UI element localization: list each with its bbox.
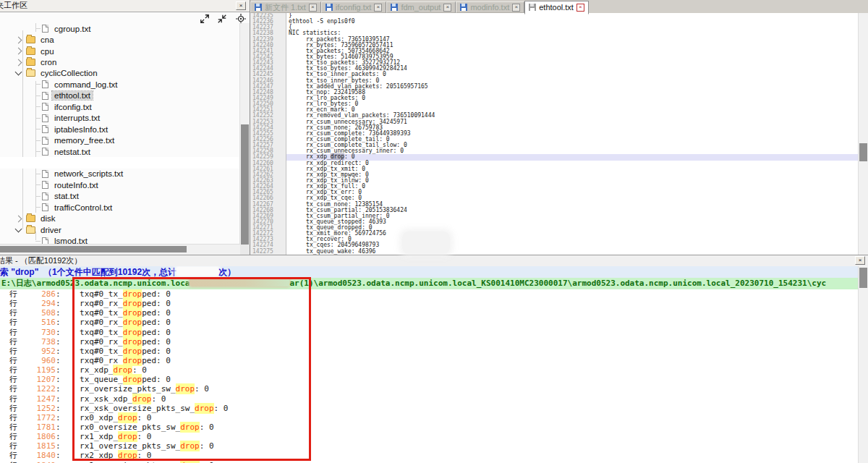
- results-vertical-scrollbar[interactable]: [858, 266, 868, 463]
- close-icon[interactable]: ×: [512, 4, 520, 12]
- tab-ifconfig.txt[interactable]: ifconfig.txt×: [321, 1, 387, 13]
- tree-item-ifconfig.txt[interactable]: ifconfig.txt: [0, 101, 240, 112]
- tree-connector: [35, 28, 41, 29]
- tab-label: modinfo.txt: [470, 3, 509, 12]
- tree-item-label-wrap: cna: [38, 35, 56, 44]
- close-icon[interactable]: ×: [309, 4, 317, 12]
- close-icon[interactable]: ×: [374, 4, 382, 12]
- editor-line-text: rx_xdp_tx_full: 0: [286, 184, 859, 190]
- tree-item-cyclicCollection[interactable]: cyclicCollection: [0, 68, 240, 79]
- save-icon: [255, 4, 262, 11]
- tree-connector: [35, 129, 41, 129]
- result-row[interactable]: 行1806: rx1_xdp_drop: 0: [0, 432, 859, 441]
- save-icon: [529, 4, 536, 11]
- scrollbar-thumb[interactable]: [859, 268, 867, 288]
- tree-item-cpu[interactable]: cpu: [0, 46, 240, 56]
- result-row[interactable]: 行1222: rx_oversize_pkts_sw_drop: 0: [0, 384, 859, 394]
- tree-item-command_log.txt[interactable]: command_log.txt: [0, 79, 240, 90]
- tree-item-trafficControl.txt[interactable]: trafficControl.txt: [0, 202, 240, 213]
- result-row[interactable]: 行738: rxq#0_rx_dropped: 0: [0, 337, 859, 347]
- tab-modinfo.txt[interactable]: modinfo.txt×: [456, 1, 524, 13]
- result-line-number: 1222: [20, 384, 56, 394]
- result-line-number: 508: [20, 308, 56, 318]
- tree-item-disk[interactable]: disk: [0, 213, 240, 224]
- result-row-label: 行: [9, 318, 20, 327]
- close-icon[interactable]: ×: [443, 4, 451, 12]
- editor-line-text: {: [286, 25, 859, 30]
- result-line-number: 1252: [20, 404, 56, 413]
- folder-icon: [26, 69, 35, 77]
- expand-all-icon[interactable]: [199, 13, 210, 24]
- chevron-right-icon[interactable]: [15, 215, 22, 222]
- tree-connector: [35, 151, 41, 152]
- result-row[interactable]: 行730: txq#0_tx_dropped: 0: [0, 328, 859, 337]
- tree-item-ethtool.txt[interactable]: ethtool.txt: [0, 90, 240, 101]
- collapse-all-icon[interactable]: [216, 13, 228, 24]
- result-row[interactable]: 行1247: rx_xsk_xdp_drop: 0: [0, 394, 859, 404]
- tab-ethtool.txt[interactable]: ethtool.txt×: [524, 1, 589, 14]
- result-colon: :: [56, 422, 61, 432]
- result-line-number: 1815: [20, 441, 56, 451]
- tree-item-cna[interactable]: cna: [0, 34, 240, 45]
- tree-item-cron[interactable]: cron: [0, 56, 240, 67]
- tree-horizontal-scrollbar[interactable]: [0, 244, 240, 255]
- tree-item-label-wrap: memory_free.txt: [52, 136, 116, 145]
- tree-item-driver[interactable]: driver: [0, 224, 240, 235]
- chevron-right-icon[interactable]: [15, 36, 22, 43]
- scrollbar-thumb[interactable]: [859, 143, 867, 161]
- tree-item-cgroup.txt[interactable]: cgroup.txt: [0, 23, 240, 34]
- close-icon[interactable]: ×: [576, 4, 584, 12]
- folder-icon: [26, 215, 35, 222]
- result-row-label: 行: [9, 308, 20, 318]
- tree-item-label: disk: [41, 214, 55, 223]
- results-path-text: E:\日志\armod0523.odata.ncmp.unicom.loca: [1, 279, 190, 288]
- tree-item-routeInfo.txt[interactable]: routeInfo.txt: [0, 179, 240, 190]
- tree-connector: [35, 184, 41, 185]
- workspace-close-button[interactable]: ×: [236, 1, 246, 10]
- tree-item-interrupts.txt[interactable]: interrupts.txt: [0, 113, 240, 124]
- scrollbar-thumb[interactable]: [0, 246, 187, 252]
- tree-item-label-wrap: driver: [38, 226, 64, 234]
- locate-file-icon[interactable]: [235, 13, 247, 24]
- result-row[interactable]: 行1772: rx0_xdp_drop: 0: [0, 413, 859, 422]
- file-icon: [42, 137, 48, 145]
- editor-text-area[interactable]: 142235}142236ethtool -S enp1s0f0142237{1…: [250, 13, 859, 255]
- tree-item-label: routeInfo.txt: [54, 181, 98, 190]
- tree-item-label-wrap: cyclicCollection: [38, 69, 100, 77]
- tab-fdm_output[interactable]: fdm_output×: [386, 1, 456, 13]
- result-row[interactable]: 行1849: rx2_oversize_pkts_sw_drop: 0: [0, 461, 859, 463]
- result-row[interactable]: 行1207: tx_queue_dropped: 0: [0, 375, 859, 384]
- tree-item-label-wrap: ethtool.txt: [52, 91, 93, 100]
- editor-vertical-scrollbar[interactable]: [858, 13, 868, 255]
- tab-label: ifconfig.txt: [336, 3, 372, 12]
- result-row-label: 行: [9, 289, 20, 299]
- save-icon: [460, 4, 467, 11]
- scrollbar-thumb[interactable]: [241, 124, 249, 245]
- result-colon: :: [56, 461, 61, 463]
- result-row[interactable]: 行1840: rx2_xdp_drop: 0: [0, 451, 859, 460]
- tree-item-stat.txt[interactable]: stat.txt: [0, 191, 240, 202]
- file-icon: [42, 25, 48, 33]
- tree-vertical-scrollbar[interactable]: [239, 23, 250, 245]
- chevron-right-icon[interactable]: [15, 59, 22, 66]
- results-close-button[interactable]: ×: [855, 256, 865, 265]
- tree-item-label-wrap: cpu: [38, 47, 56, 56]
- chevron-down-icon[interactable]: [15, 225, 22, 232]
- tree-item-netstat.txt[interactable]: netstat.txt: [0, 146, 240, 157]
- result-row[interactable]: 行1252: rx_xsk_oversize_pkts_sw_drop: 0: [0, 404, 859, 413]
- chevron-right-icon[interactable]: [15, 48, 22, 55]
- chevron-down-icon[interactable]: [15, 69, 22, 76]
- result-colon: :: [56, 308, 61, 318]
- results-file-path-line[interactable]: E:\日志\armod0523.odata.ncmp.unicom.locaar…: [0, 278, 868, 289]
- match-highlight: drop: [176, 383, 195, 394]
- result-row[interactable]: 行952: txq#0_tx_dropped: 0: [0, 347, 859, 356]
- result-row[interactable]: 行516: rxq#0_rx_dropped: 0: [0, 318, 859, 327]
- tree-item-memory_free.txt[interactable]: memory_free.txt: [0, 135, 240, 145]
- results-path-text: ar(1)\armod0523.odata.ncmp.unicom.local_…: [289, 279, 826, 288]
- tab-1.txt[interactable]: 新文件 1.txt×: [250, 1, 321, 13]
- tree-connector: [35, 241, 41, 242]
- tree-item-iptablesInfo.txt[interactable]: iptablesInfo.txt: [0, 124, 240, 135]
- editor-line-text: rx_xdp_tx_mpwqe: 0: [286, 172, 859, 178]
- result-match-text: rx2_xdp_drop: 0: [61, 451, 152, 460]
- tree-item-network_scripts.txt[interactable]: network_scripts.txt: [0, 169, 240, 179]
